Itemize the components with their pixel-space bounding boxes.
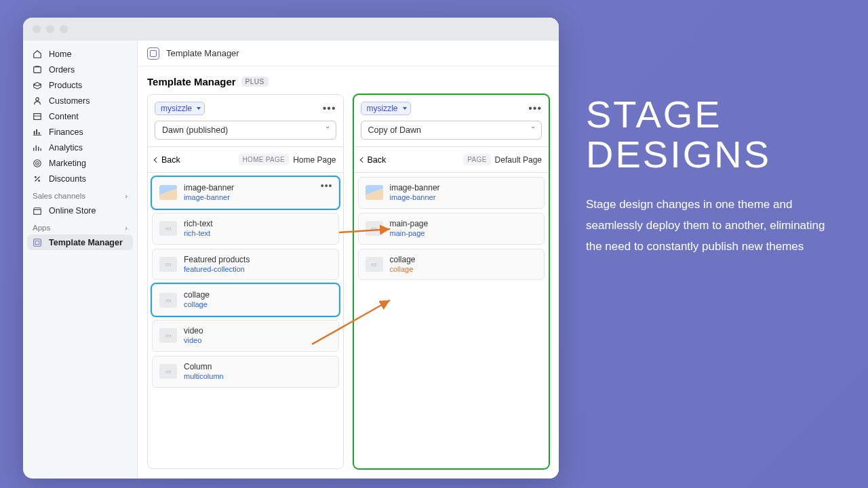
store-selector[interactable]: mysizzle <box>155 102 205 115</box>
section-name: Featured products <box>184 255 250 265</box>
marketing-icon <box>33 159 42 168</box>
svg-point-6 <box>35 176 37 178</box>
section-name: collage <box>184 290 210 300</box>
section-card[interactable]: image-banner image-banner ••• <box>152 177 339 209</box>
sidebar-nav: Home Orders Products Customers Content F… <box>23 41 137 479</box>
sidebar-item-products[interactable]: Products <box>27 77 133 93</box>
section-name: video <box>184 326 203 336</box>
section-type: rich-text <box>184 229 213 239</box>
page-title: Template Manager <box>147 76 236 87</box>
app-icon <box>33 238 42 247</box>
section-thumb-icon: ▭ <box>366 221 383 236</box>
section-thumb-icon: ▭ <box>159 221 177 236</box>
nav-section-label: Apps <box>33 224 50 232</box>
sidebar-item-label: Orders <box>49 65 75 75</box>
sidebar-item-analytics[interactable]: Analytics <box>27 140 133 155</box>
traffic-light-dot <box>33 25 41 33</box>
section-card[interactable]: ▭ rich-text rich-text <box>152 213 339 245</box>
sidebar-item-label: Discounts <box>49 174 86 184</box>
products-icon <box>33 81 42 90</box>
template-panel-left: mysizzle ••• Dawn (published) Back HOME … <box>147 94 344 469</box>
section-type: image-banner <box>390 193 440 203</box>
svg-point-1 <box>36 98 39 100</box>
section-thumb-icon: ▭ <box>159 364 177 379</box>
section-type: collage <box>184 300 210 310</box>
section-thumb-icon <box>366 185 383 200</box>
promo-headline: STAGE DESIGNS <box>586 95 841 175</box>
sidebar-item-discounts[interactable]: Discounts <box>27 171 133 186</box>
section-card[interactable]: ▭ Featured products featured-collection <box>152 249 339 281</box>
section-card[interactable]: ▭ Column multicolumn <box>152 356 339 388</box>
section-list: image-banner image-banner ▭ main-page ma… <box>353 173 550 469</box>
app-name: Template Manager <box>166 48 239 58</box>
svg-rect-8 <box>34 209 41 214</box>
section-card[interactable]: image-banner image-banner <box>358 177 545 209</box>
nav-section-label: Sales channels <box>33 192 85 200</box>
template-panel-right: mysizzle ••• Copy of Dawn Back PAGE Defa… <box>353 94 550 469</box>
sidebar-item-template manager[interactable]: Template Manager <box>27 235 133 250</box>
sidebar-item-orders[interactable]: Orders <box>27 62 133 77</box>
section-list: image-banner image-banner ••• ▭ rich-tex… <box>147 173 344 469</box>
section-type: featured-collection <box>184 265 250 274</box>
section-card[interactable]: ▭ video video <box>152 320 339 352</box>
sidebar-item-label: Content <box>49 112 79 121</box>
section-card[interactable]: ▭ collage collage <box>152 284 339 316</box>
chevron-left-icon <box>359 157 365 162</box>
nav-section-header-apps[interactable]: Apps › <box>27 218 133 235</box>
theme-selector[interactable]: Dawn (published) <box>155 121 336 140</box>
sidebar-item-finances[interactable]: Finances <box>27 124 133 140</box>
svg-rect-9 <box>34 239 41 246</box>
section-type: image-banner <box>184 193 234 203</box>
back-label: Back <box>368 155 387 165</box>
store-selector[interactable]: mysizzle <box>361 102 411 115</box>
section-thumb-icon: ▭ <box>159 328 177 343</box>
traffic-light-dot <box>60 25 68 33</box>
back-button[interactable]: Back <box>155 155 180 165</box>
customers-icon <box>33 96 42 106</box>
section-actions-button[interactable]: ••• <box>321 180 333 191</box>
app-header: Template Manager <box>138 41 559 66</box>
sidebar-item-home[interactable]: Home <box>27 46 133 62</box>
sidebar-item-content[interactable]: Content <box>27 108 133 124</box>
section-name: rich-text <box>184 219 213 229</box>
section-card[interactable]: ▭ main-page main-page <box>358 213 545 245</box>
page-name: Default Page <box>495 155 542 165</box>
panel-actions-button[interactable]: ••• <box>323 102 336 115</box>
section-name: collage <box>390 255 416 265</box>
app-icon <box>147 47 159 60</box>
page-name: Home Page <box>293 155 336 165</box>
sidebar-item-label: Products <box>49 81 82 90</box>
window-titlebar <box>23 18 559 41</box>
page-title-row: Template Manager PLUS <box>138 66 559 94</box>
svg-rect-10 <box>35 241 39 244</box>
sidebar-item-label: Template Manager <box>49 238 123 247</box>
page-type-tag: PAGE <box>463 154 490 165</box>
section-type: main-page <box>390 229 429 239</box>
sidebar-item-label: Finances <box>49 127 83 137</box>
svg-point-5 <box>37 163 38 164</box>
traffic-light-dot <box>46 25 54 33</box>
sidebar-item-customers[interactable]: Customers <box>27 93 133 108</box>
back-label: Back <box>161 155 180 165</box>
back-button[interactable]: Back <box>361 155 387 165</box>
sidebar-item-online store[interactable]: Online Store <box>27 203 133 218</box>
theme-selector[interactable]: Copy of Dawn <box>361 121 542 140</box>
section-name: image-banner <box>184 183 234 193</box>
panel-actions-button[interactable]: ••• <box>528 102 542 115</box>
section-name: image-banner <box>390 183 440 193</box>
plan-badge: PLUS <box>241 77 269 87</box>
section-card[interactable]: ▭ collage collage <box>358 249 545 281</box>
discounts-icon <box>33 174 42 184</box>
nav-section-header-channels[interactable]: Sales channels › <box>27 186 133 203</box>
section-type: video <box>184 336 203 346</box>
promo-panel: STAGE DESIGNS Stage design changes in on… <box>559 0 868 488</box>
chevron-right-icon: › <box>125 224 127 232</box>
orders-icon <box>33 65 42 75</box>
chevron-left-icon <box>154 157 159 162</box>
sidebar-item-label: Online Store <box>49 206 96 216</box>
svg-rect-0 <box>34 66 41 73</box>
sidebar-item-marketing[interactable]: Marketing <box>27 155 133 171</box>
app-window: Home Orders Products Customers Content F… <box>23 18 559 479</box>
main-content: Template Manager Template Manager PLUS m… <box>137 41 559 479</box>
sidebar-item-label: Customers <box>49 96 90 106</box>
